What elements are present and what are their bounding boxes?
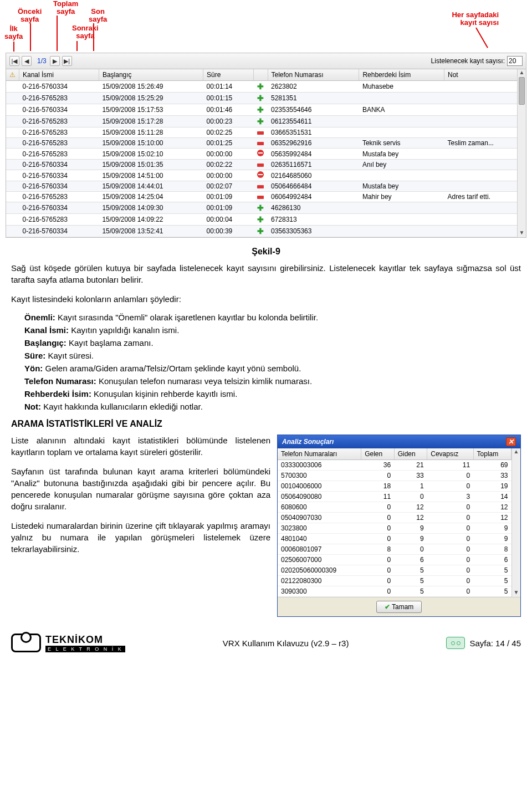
dcol-cevapsiz[interactable]: Cevapsız	[427, 448, 473, 460]
pagination-annotations: İlksayfa Öncekisayfa Toplamsayfa Sonraki…	[0, 0, 532, 53]
ann-prev: Öncekisayfa	[18, 8, 42, 24]
table-row[interactable]: 0-216-576528315/09/2008 14:09:2200:00:04…	[6, 214, 526, 226]
para-columns: Kayıt listesindeki kolonların anlamları …	[11, 293, 521, 305]
table-row[interactable]: 30903000505	[278, 586, 511, 597]
ok-button[interactable]: Tamam	[376, 601, 422, 613]
dcol-gelen[interactable]: Gelen	[361, 448, 395, 460]
page-footer: TEKNİKOM E L E K T R O N İ K VRX Kullanı…	[11, 634, 521, 652]
table-row[interactable]: 021220803000505	[278, 576, 511, 586]
ann-pagesize: Her sayfadakikayıt sayısı	[452, 11, 499, 27]
outgoing-icon	[257, 185, 264, 188]
dialog-title-text: Analiz Sonuçları	[282, 438, 334, 446]
grid-header-row: ⚠ Kanal İsmi Başlangıç Süre Telefon Numa…	[6, 69, 526, 81]
close-icon[interactable]: ✕	[506, 437, 516, 446]
para-intro: Sağ üst köşede görülen kutuya bir sayfad…	[11, 262, 521, 285]
dcol-toplam[interactable]: Toplam	[473, 448, 511, 460]
table-row[interactable]: 0-216-576528315/09/2008 15:11:2800:02:25…	[6, 127, 526, 138]
outgoing-icon	[257, 164, 264, 167]
col-sure[interactable]: Süre	[203, 69, 253, 81]
table-row[interactable]: 0-216-576528315/09/2008 15:25:2900:01:15…	[6, 93, 526, 104]
table-row[interactable]: 00104006000181019	[278, 481, 511, 492]
table-row[interactable]: 0-216-576033415/09/2008 15:01:3500:02:22…	[6, 160, 526, 170]
dcol-tel[interactable]: Telefon Numaraları	[278, 448, 361, 460]
col-not[interactable]: Not	[444, 69, 526, 81]
page-number: Sayfa: 14 / 45	[469, 638, 521, 648]
table-row[interactable]: 0-216-576033415/09/2008 15:26:4900:01:14…	[6, 81, 526, 93]
ann-total: Toplamsayfa	[53, 0, 78, 16]
incoming-icon: ✚	[257, 215, 264, 224]
col-important[interactable]: ⚠	[6, 69, 19, 81]
dcol-giden[interactable]: Giden	[394, 448, 427, 460]
analiz-dialog: Analiz Sonuçları ✕ Telefon Numaraları Ge…	[277, 435, 521, 617]
scroll-up-icon[interactable]: ▲	[518, 69, 526, 77]
table-row[interactable]: 0-216-576528315/09/2008 15:10:0000:01:25…	[6, 138, 526, 149]
last-page-button[interactable]: ▶|	[62, 56, 72, 66]
dialog-titlebar[interactable]: Analiz Sonuçları ✕	[278, 435, 520, 448]
col-telefon[interactable]: Telefon Numarası	[268, 69, 359, 81]
outgoing-icon	[257, 131, 264, 135]
table-row[interactable]: 05064090080110314	[278, 492, 511, 502]
first-page-button[interactable]: |◀	[9, 56, 19, 66]
missed-icon	[257, 171, 264, 178]
col-rehber[interactable]: Rehberdeki İsim	[359, 69, 444, 81]
ann-next: Sonrakisayfa	[72, 24, 99, 40]
table-row[interactable]: 000608010978008	[278, 544, 511, 555]
table-row[interactable]: 0-216-576033415/09/2008 15:17:5300:01:46…	[6, 104, 526, 116]
page-indicator: 1/3	[37, 57, 47, 65]
grid-scrollbar[interactable]: ▲ ▼	[517, 69, 526, 237]
table-row[interactable]: 48010400909	[278, 534, 511, 544]
table-row[interactable]: 0-216-576033415/09/2008 14:09:3000:01:09…	[6, 202, 526, 214]
incoming-icon: ✚	[257, 227, 264, 236]
col-baslangic[interactable]: Başlangıç	[99, 69, 203, 81]
missed-icon	[257, 150, 264, 156]
dlg-scroll-up-icon[interactable]: ▲	[512, 448, 520, 456]
analiz-text: Liste alanının altındaki kayıt istatisti…	[11, 435, 270, 617]
dlg-scroll-down-icon[interactable]: ▼	[512, 589, 520, 597]
column-definitions: Önemli: Kayıt sırasında "Önemli" olarak …	[24, 313, 532, 411]
next-page-button[interactable]: ▶	[50, 56, 60, 66]
incoming-icon: ✚	[257, 94, 264, 103]
logo-mark-icon	[11, 634, 41, 652]
outgoing-icon	[257, 196, 264, 199]
ann-first: İlksayfa	[4, 25, 23, 41]
section-title-analiz: ARAMA İSTATİSTİKLERİ VE ANALİZ	[11, 419, 521, 429]
brand-sub: E L E K T R O N İ K	[45, 646, 125, 652]
table-row[interactable]: 0333000300636211169	[278, 460, 511, 471]
incoming-icon: ✚	[257, 203, 264, 212]
pagesize-input[interactable]	[507, 56, 523, 66]
table-row[interactable]: 0-216-576033415/09/2008 14:51:0000:00:00…	[6, 170, 526, 181]
table-row[interactable]: 0-216-576528315/09/2008 15:17:2800:00:23…	[6, 116, 526, 127]
table-row[interactable]: 0202050600003090505	[278, 565, 511, 576]
figure-caption: Şekil-9	[0, 247, 532, 257]
cassette-icon	[446, 637, 465, 649]
scroll-down-icon[interactable]: ▼	[518, 229, 526, 237]
table-row[interactable]: 025060070000606	[278, 555, 511, 565]
table-row[interactable]: 5700300033033	[278, 471, 511, 481]
incoming-icon: ✚	[257, 117, 264, 126]
records-grid-wrap: ⚠ Kanal İsmi Başlangıç Süre Telefon Numa…	[6, 69, 526, 238]
table-row[interactable]: 0-216-576528315/09/2008 15:02:1000:00:00…	[6, 149, 526, 160]
doc-title: VRX Kullanım Kılavuzu (v2.9 – r3)	[223, 638, 349, 648]
incoming-icon: ✚	[257, 82, 264, 91]
prev-page-button[interactable]: ◀	[22, 56, 32, 66]
table-row[interactable]: 0-216-576033415/09/2008 13:52:4100:00:39…	[6, 226, 526, 237]
brand-name: TEKNİKOM	[45, 634, 125, 646]
table-row[interactable]: 0-216-576033415/09/2008 14:44:0100:02:07…	[6, 181, 526, 192]
col-yon[interactable]	[253, 69, 268, 81]
col-kanal[interactable]: Kanal İsmi	[19, 69, 99, 81]
pagination-toolbar: |◀ ◀ 1/3 ▶ ▶| Listelenecek kayıt sayısı:	[6, 53, 526, 69]
records-grid[interactable]: ⚠ Kanal İsmi Başlangıç Süre Telefon Numa…	[6, 69, 526, 237]
scroll-thumb[interactable]	[519, 77, 525, 105]
table-row[interactable]: 0-216-576528315/09/2008 14:25:0400:01:09…	[6, 192, 526, 202]
table-row[interactable]: 6080600012012	[278, 502, 511, 513]
outgoing-icon	[257, 142, 264, 145]
table-row[interactable]: 05040907030012012	[278, 513, 511, 523]
table-row[interactable]: 30238000909	[278, 523, 511, 534]
brand-logo: TEKNİKOM E L E K T R O N İ K	[11, 634, 125, 652]
pagesize-label: Listelenecek kayıt sayısı:	[431, 57, 505, 65]
ann-last: Sonsayfa	[89, 8, 107, 24]
analiz-grid[interactable]: Telefon Numaraları Gelen Giden Cevapsız …	[278, 448, 511, 597]
dialog-scrollbar[interactable]: ▲ ▼	[511, 448, 520, 597]
incoming-icon: ✚	[257, 105, 264, 114]
